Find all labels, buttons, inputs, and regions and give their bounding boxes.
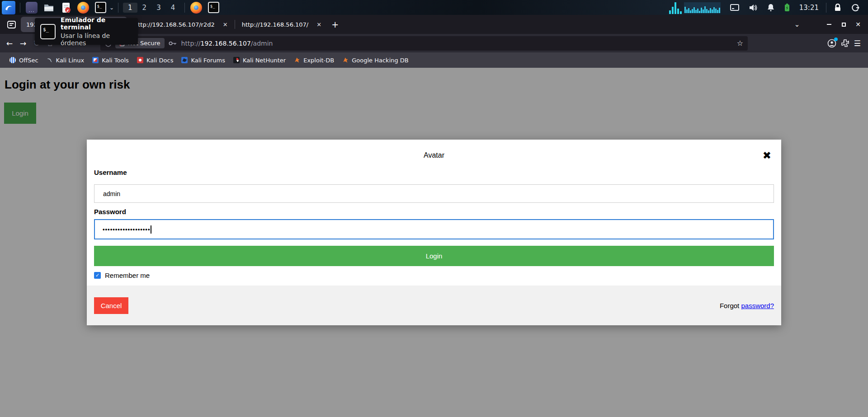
login-modal: Avatar ✖ Username admin Password •••••••… — [87, 140, 781, 325]
forgot-password-text: Forgot password? — [720, 302, 774, 309]
cpu-graph-icon[interactable] — [669, 1, 682, 14]
panel-separator — [826, 3, 826, 13]
screen: $_ ⌄ 1 2 3 4 $_ — [0, 0, 868, 417]
saved-password-key-icon[interactable] — [169, 41, 177, 46]
url-text: http://192.168.56.107/admin — [181, 40, 273, 47]
account-icon[interactable] — [827, 39, 836, 48]
bookmark-kali-linux[interactable]: Kali Linux — [42, 56, 89, 65]
tab-title: http://192.168.56.107/r2d2 — [134, 21, 215, 28]
kali-forums-icon — [181, 57, 188, 63]
minimize-button[interactable] — [822, 17, 836, 32]
bookmark-exploit-db[interactable]: Exploit-DB — [290, 56, 338, 65]
terminal-glyph: $_ — [95, 2, 106, 13]
chevron-down-icon[interactable]: ⌄ — [109, 5, 114, 11]
taskbar-terminal-window[interactable]: $_ — [207, 1, 220, 14]
bookmarks-toolbar: OffSec Kali Linux Kali Tools Kali Docs K… — [0, 52, 868, 68]
firefox-view-icon[interactable] — [4, 17, 19, 32]
modal-title: Avatar — [87, 151, 781, 159]
bookmark-label: Google Hacking DB — [352, 57, 409, 64]
file-manager-icon[interactable] — [42, 1, 56, 14]
password-value: ••••••••••••••••••• — [103, 226, 150, 233]
modal-close-icon[interactable]: ✖ — [763, 150, 771, 161]
workspace-2[interactable]: 2 — [137, 3, 152, 13]
panel-separator — [118, 3, 118, 13]
new-tab-button[interactable]: + — [328, 17, 342, 32]
extensions-puzzle-icon[interactable] — [841, 39, 849, 47]
bookmark-label: Exploit-DB — [303, 57, 334, 64]
kali-tools-icon — [92, 57, 99, 63]
bookmark-kali-tools[interactable]: Kali Tools — [88, 56, 133, 65]
close-tab-icon[interactable]: ✕ — [215, 21, 228, 28]
list-all-tabs-icon[interactable]: ⌄ — [789, 20, 805, 28]
maximize-button[interactable] — [836, 17, 851, 32]
terminal-icon: $_ — [40, 24, 56, 39]
bookmark-label: Kali NetHunter — [243, 57, 286, 64]
volume-icon[interactable] — [749, 4, 757, 11]
google-hacking-db-icon — [342, 57, 349, 63]
url-scheme: http:// — [181, 40, 201, 47]
terminal-launcher-icon[interactable]: $_ — [94, 1, 107, 14]
kali-nethunter-icon — [233, 57, 240, 63]
account-badge — [834, 37, 838, 41]
workspace-4[interactable]: 4 — [166, 3, 180, 13]
network-graph-icon[interactable] — [684, 2, 721, 13]
tab-root[interactable]: http://192.168.56.107/ ✕ — [236, 17, 327, 32]
menu-hamburger-icon[interactable]: ☰ — [854, 39, 861, 48]
close-window-button[interactable]: ✕ — [851, 17, 865, 32]
tab-separator — [235, 20, 235, 29]
cancel-button[interactable]: Cancel — [94, 297, 128, 314]
username-value: admin — [103, 190, 120, 197]
url-bar[interactable]: Not Secure http://192.168.56.107/admin ☆ — [100, 36, 748, 51]
app-launcher-icon[interactable] — [25, 1, 38, 14]
tooltip-subtitle: Usar la línea de órdenes — [61, 32, 132, 47]
text-editor-icon[interactable] — [59, 1, 73, 14]
password-input[interactable]: ••••••••••••••••••• — [94, 219, 774, 239]
remember-me-label: Remember me — [105, 272, 150, 279]
tooltip-title: Emulador de terminal — [61, 16, 132, 31]
panel-separator — [20, 3, 20, 13]
bookmark-label: Kali Docs — [146, 57, 174, 64]
tab-r2d2[interactable]: http://192.168.56.107/r2d2 ✕ — [129, 17, 233, 32]
forward-button[interactable]: → — [16, 37, 30, 50]
back-button[interactable]: ← — [3, 37, 16, 50]
lock-screen-icon[interactable] — [834, 4, 841, 11]
modal-login-button[interactable]: Login — [94, 246, 774, 266]
xfce-panel: $_ ⌄ 1 2 3 4 $_ — [0, 0, 868, 15]
bookmark-label: Kali Linux — [56, 57, 85, 64]
workspace-3[interactable]: 3 — [151, 3, 166, 13]
offsec-icon — [9, 57, 16, 63]
kali-docs-icon — [137, 57, 143, 63]
bookmark-star-icon[interactable]: ☆ — [737, 39, 743, 47]
forgot-label: Forgot — [720, 302, 739, 309]
panel-separator — [184, 3, 185, 13]
display-tray-icon[interactable] — [730, 4, 739, 11]
logout-power-icon[interactable] — [851, 4, 859, 12]
battery-icon[interactable] — [784, 4, 790, 12]
tab-title: http://192.168.56.107/ — [242, 21, 309, 28]
close-tab-icon[interactable]: ✕ — [308, 21, 321, 28]
forgot-password-link[interactable]: password? — [741, 302, 774, 309]
text-caret — [151, 225, 151, 234]
username-input[interactable]: admin — [94, 184, 774, 203]
bookmark-kali-forums[interactable]: Kali Forums — [177, 56, 229, 65]
bookmark-label: OffSec — [19, 57, 38, 64]
kali-dragon-icon — [47, 57, 53, 63]
workspace-1[interactable]: 1 — [123, 3, 137, 13]
remember-me-checkbox[interactable]: ✓ — [94, 272, 101, 279]
bookmark-offsec[interactable]: OffSec — [5, 56, 42, 65]
kali-logo-icon — [2, 1, 15, 14]
bookmark-kali-nethunter[interactable]: Kali NetHunter — [229, 56, 290, 65]
bookmark-label: Kali Forums — [191, 57, 225, 64]
clock[interactable]: 13:21 — [799, 4, 819, 12]
kali-menu-button[interactable] — [2, 1, 15, 14]
firefox-launcher-icon[interactable] — [76, 1, 90, 14]
url-host: 192.168.56.107 — [201, 40, 251, 47]
taskbar-firefox-window[interactable] — [189, 1, 203, 14]
bookmark-label: Kali Tools — [102, 57, 129, 64]
exploit-db-icon — [294, 57, 300, 63]
url-path: /admin — [251, 40, 273, 47]
bookmark-google-hacking-db[interactable]: Google Hacking DB — [338, 56, 413, 65]
bookmark-kali-docs[interactable]: Kali Docs — [133, 56, 178, 65]
notifications-bell-icon[interactable] — [767, 4, 774, 11]
password-label: Password — [94, 208, 774, 216]
